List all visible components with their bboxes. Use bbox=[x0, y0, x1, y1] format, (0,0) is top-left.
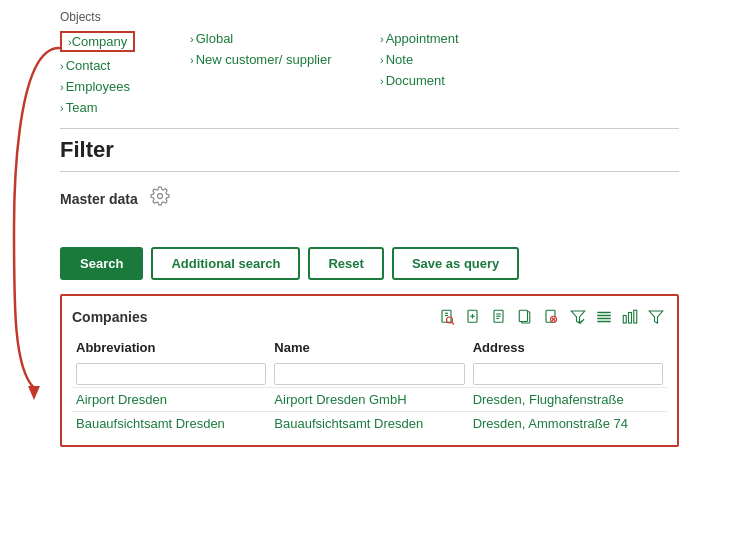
list-icon[interactable] bbox=[593, 306, 615, 328]
svg-rect-27 bbox=[634, 310, 637, 323]
filter-address-input[interactable] bbox=[473, 363, 663, 385]
objects-col-2: › Global › New customer/ supplier bbox=[190, 30, 380, 116]
arrow-icon-employees: › bbox=[60, 81, 64, 93]
funnel-icon[interactable] bbox=[645, 306, 667, 328]
document-label: Document bbox=[386, 73, 445, 88]
divider-1 bbox=[60, 128, 679, 129]
svg-rect-26 bbox=[629, 313, 632, 324]
link-document[interactable]: › Document bbox=[380, 72, 560, 89]
svg-line-3 bbox=[452, 322, 454, 324]
row1-name[interactable]: Airport Dresden GmbH bbox=[274, 392, 406, 407]
link-team[interactable]: › Team bbox=[60, 99, 190, 116]
results-header: Companies bbox=[72, 306, 667, 328]
filter-title: Filter bbox=[60, 137, 679, 163]
svg-rect-14 bbox=[519, 310, 527, 321]
arrow-icon-team: › bbox=[60, 102, 64, 114]
buttons-row: Search Additional search Reset Save as q… bbox=[60, 247, 679, 280]
arrow-icon-new-customer: › bbox=[190, 54, 194, 66]
search-button[interactable]: Search bbox=[60, 247, 143, 280]
objects-label: Objects bbox=[60, 10, 679, 24]
arrow-icon-contact: › bbox=[60, 60, 64, 72]
doc-icon[interactable] bbox=[489, 306, 511, 328]
filter-arrow-icon[interactable] bbox=[567, 306, 589, 328]
link-contact[interactable]: › Contact bbox=[60, 57, 190, 74]
master-data-label: Master data bbox=[60, 191, 138, 207]
employees-label: Employees bbox=[66, 79, 130, 94]
gear-icon[interactable] bbox=[150, 186, 170, 211]
arrow-icon-appointment: › bbox=[380, 33, 384, 45]
chart-icon[interactable] bbox=[619, 306, 641, 328]
add-doc-icon[interactable] bbox=[463, 306, 485, 328]
master-data-row: Master data bbox=[60, 180, 679, 217]
contact-label: Contact bbox=[66, 58, 111, 73]
company-label: Company bbox=[72, 34, 128, 49]
save-as-query-button[interactable]: Save as query bbox=[392, 247, 519, 280]
reset-button[interactable]: Reset bbox=[308, 247, 383, 280]
filter-abbreviation-input[interactable] bbox=[76, 363, 266, 385]
row2-address[interactable]: Dresden, Ammonstraße 74 bbox=[473, 416, 628, 431]
svg-marker-28 bbox=[649, 311, 663, 323]
note-label: Note bbox=[386, 52, 413, 67]
additional-search-button[interactable]: Additional search bbox=[151, 247, 300, 280]
divider-2 bbox=[60, 171, 679, 172]
results-title: Companies bbox=[72, 309, 147, 325]
new-customer-label: New customer/ supplier bbox=[196, 52, 332, 67]
link-global[interactable]: › Global bbox=[190, 30, 380, 47]
svg-point-0 bbox=[157, 194, 162, 199]
delete-doc-icon[interactable] bbox=[541, 306, 563, 328]
row2-name[interactable]: Bauaufsichtsamt Dresden bbox=[274, 416, 423, 431]
link-company[interactable]: › Company bbox=[60, 30, 190, 53]
row2-abbreviation[interactable]: Bauaufsichtsamt Dresden bbox=[76, 416, 225, 431]
arrow-icon-note: › bbox=[380, 54, 384, 66]
arrow-icon-global: › bbox=[190, 33, 194, 45]
arrow-icon-document: › bbox=[380, 75, 384, 87]
team-label: Team bbox=[66, 100, 98, 115]
objects-grid: › Company › Contact › Employees › Team bbox=[60, 30, 679, 116]
appointment-label: Appointment bbox=[386, 31, 459, 46]
col-header-abbreviation: Abbreviation bbox=[72, 336, 270, 361]
objects-col-3: › Appointment › Note › Document bbox=[380, 30, 560, 116]
results-panel: Companies bbox=[60, 294, 679, 447]
filter-row bbox=[72, 361, 667, 388]
search-doc-icon[interactable] bbox=[437, 306, 459, 328]
link-new-customer[interactable]: › New customer/ supplier bbox=[190, 51, 380, 68]
objects-section: Objects › Company › Contact › Employees bbox=[60, 10, 679, 116]
table-row: Bauaufsichtsamt Dresden Bauaufsichtsamt … bbox=[72, 412, 667, 436]
table-row: Airport Dresden Airport Dresden GmbH Dre… bbox=[72, 388, 667, 412]
row1-address[interactable]: Dresden, Flughafenstraße bbox=[473, 392, 624, 407]
global-label: Global bbox=[196, 31, 234, 46]
objects-col-1: › Company › Contact › Employees › Team bbox=[60, 30, 190, 116]
svg-rect-25 bbox=[623, 316, 626, 324]
link-employees[interactable]: › Employees bbox=[60, 78, 190, 95]
filter-name-input[interactable] bbox=[274, 363, 464, 385]
table-header-row: Abbreviation Name Address bbox=[72, 336, 667, 361]
col-header-address: Address bbox=[469, 336, 667, 361]
col-header-name: Name bbox=[270, 336, 468, 361]
results-icons bbox=[437, 306, 667, 328]
link-note[interactable]: › Note bbox=[380, 51, 560, 68]
copy-doc-icon[interactable] bbox=[515, 306, 537, 328]
results-table: Abbreviation Name Address Airport Dresde… bbox=[72, 336, 667, 435]
row1-abbreviation[interactable]: Airport Dresden bbox=[76, 392, 167, 407]
link-appointment[interactable]: › Appointment bbox=[380, 30, 560, 47]
